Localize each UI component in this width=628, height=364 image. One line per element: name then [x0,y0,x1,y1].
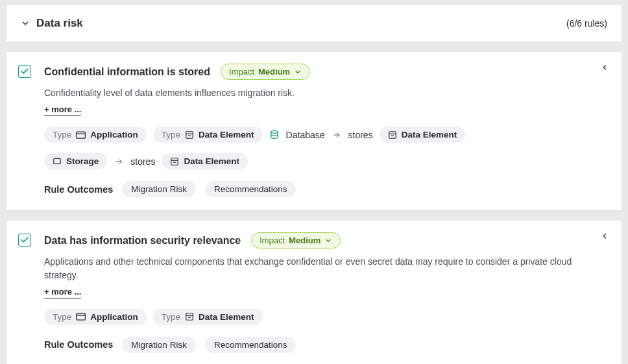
more-link[interactable]: + more ... [44,287,81,298]
outcome-chip-recommendations[interactable]: Recommendations [205,181,296,197]
section-count: (6/6 rules) [566,18,607,29]
collapse-arrow[interactable] [601,64,609,71]
chevron-down-icon [21,19,30,28]
svg-point-5 [271,130,278,133]
outcome-chip-migration-risk[interactable]: Migration Risk [122,181,196,197]
collapse-arrow[interactable] [601,232,609,240]
type-chip-application[interactable]: Type Application [44,127,147,143]
object-chip-data-element[interactable]: Data Element [162,153,248,169]
section-header[interactable]: Data risk (6/6 rules) [6,5,622,42]
condition-row: Type Application Type Data Element [44,127,607,143]
database-icon [269,129,280,141]
data-element-icon [185,130,194,140]
condition-subject: Database [286,130,325,140]
svg-rect-18 [186,313,193,321]
condition-row: Storage stores Data Element [44,153,607,169]
rule-description: Confidentiality level of data elements i… [44,86,607,99]
condition-relation: stores [348,130,373,140]
outcomes-row: Rule Outcomes Migration Risk Recommendat… [44,181,607,197]
rule-card: Confidential information is stored Impac… [6,52,622,210]
rule-title: Confidential information is stored [44,66,210,78]
chevron-down-icon [294,68,302,76]
impact-value: Medium [289,236,320,245]
svg-rect-10 [54,158,61,164]
svg-rect-2 [186,132,193,139]
condition-row: Type Application Type Data Element [44,309,607,325]
rule-checkbox[interactable] [18,234,31,247]
impact-label: Impact [260,236,285,245]
object-chip-data-element[interactable]: Data Element [380,127,466,143]
chevron-down-icon [324,237,332,245]
type-chip-application[interactable]: Type Application [44,309,147,325]
svg-rect-7 [389,132,396,139]
outcome-chip-recommendations[interactable]: Recommendations [205,337,296,353]
impact-label: Impact [229,67,254,77]
condition-relation: stores [130,156,155,167]
impact-value: Medium [258,67,290,77]
application-icon [76,131,86,139]
more-link[interactable]: + more ... [44,104,81,116]
type-chip-data-element[interactable]: Type Data Element [153,309,263,325]
data-element-icon [185,312,194,321]
svg-rect-0 [77,132,86,138]
svg-rect-16 [77,313,86,320]
rule-card: Data has information security relevance … [6,221,622,364]
type-chip-data-element[interactable]: Type Data Element [153,127,263,143]
rule-checkbox[interactable] [18,65,31,78]
outcomes-label: Rule Outcomes [44,184,113,195]
arrow-right-icon [332,131,342,139]
storage-icon [53,157,62,166]
outcomes-row: Rule Outcomes Migration Risk Recommendat… [44,337,607,353]
outcomes-label: Rule Outcomes [44,339,113,350]
impact-pill[interactable]: Impact Medium [221,64,310,80]
svg-rect-13 [171,158,178,165]
section-title: Data risk [36,17,83,30]
subject-chip-storage[interactable]: Storage [44,153,107,169]
rule-description: Applications and other technical compone… [44,255,607,282]
data-element-icon [388,130,397,140]
outcome-chip-migration-risk[interactable]: Migration Risk [122,337,196,353]
impact-pill[interactable]: Impact Medium [251,232,341,249]
data-element-icon [170,157,179,166]
rule-title: Data has information security relevance [44,235,241,247]
arrow-right-icon [114,158,124,165]
application-icon [76,313,86,321]
